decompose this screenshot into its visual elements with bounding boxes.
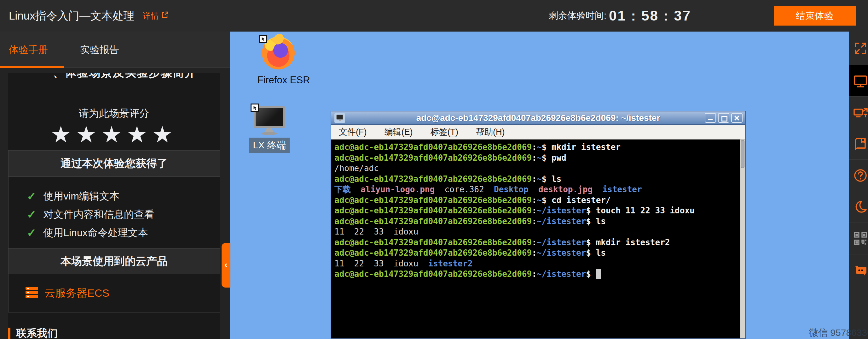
menu-file[interactable]: 文件(F): [339, 126, 367, 138]
close-button[interactable]: [731, 113, 743, 123]
manual-book-icon[interactable]: [849, 128, 868, 160]
menu-tabs[interactable]: 标签(T): [431, 126, 459, 138]
terminal-window-title: adc@adc-eb147329afd0407ab26926e8b6e2d069…: [331, 113, 745, 123]
check-icon: ✓: [27, 208, 36, 221]
chevron-left-icon: ‹: [224, 260, 227, 270]
clipped-section-heading: 一、体验场景及实验步骤简介: [8, 73, 220, 80]
gains-header: 通过本次体验您获得了: [8, 150, 220, 177]
contact-section: 联系我们: [8, 327, 58, 339]
remaining-time-value: 01 : 58 : 37: [609, 8, 691, 24]
star-icon[interactable]: ★: [152, 122, 178, 147]
server-stack-icon: [25, 286, 39, 300]
details-link[interactable]: 详情: [143, 10, 168, 22]
monitor-view-icon[interactable]: [849, 65, 868, 96]
desktop-icon-firefox[interactable]: Firefox ESR: [247, 33, 320, 86]
end-experience-button[interactable]: 结束体验: [774, 6, 856, 26]
fullscreen-icon[interactable]: [849, 32, 868, 65]
minimize-button[interactable]: [705, 113, 716, 123]
help-icon[interactable]: [849, 160, 868, 191]
shortcut-arrow-icon: [251, 104, 259, 112]
products-list: 云服务器ECS: [8, 274, 220, 312]
ecs-product-link[interactable]: 云服务器ECS: [25, 286, 110, 301]
top-bar: Linux指令入门—文本处理 详情 剩余体验时间: 01 : 58 : 37 结…: [0, 0, 868, 32]
maximize-button[interactable]: [718, 113, 729, 123]
manual-panel: 一、体验场景及实验步骤简介 请为此场景评分 ★★★★★ 通过本次体验您获得了 ✓…: [8, 73, 220, 339]
night-mode-icon[interactable]: [849, 191, 868, 223]
gain-item: ✓ 使用Linux命令处理文本: [8, 226, 220, 240]
check-icon: ✓: [27, 190, 36, 203]
rating-title: 请为此场景评分: [8, 107, 220, 120]
terminal-scrollbar[interactable]: [740, 140, 745, 338]
menu-edit[interactable]: 编辑(E): [384, 126, 413, 138]
tab-manual[interactable]: 体验手册: [9, 32, 48, 68]
remaining-time: 剩余体验时间: 01 : 58 : 37: [549, 0, 691, 32]
star-icon[interactable]: ★: [51, 122, 76, 147]
gain-item: ✓ 对文件内容和信息的查看: [8, 208, 220, 222]
left-sidebar: 体验手册 实验报告 一、体验场景及实验步骤简介 请为此场景评分 ★★★★★ 通过…: [0, 32, 230, 339]
terminal-titlebar[interactable]: adc@adc-eb147329afd0407ab26926e8b6e2d069…: [331, 111, 745, 125]
scrollbar-thumb[interactable]: [741, 140, 744, 168]
desktop-icon-lx-terminal[interactable]: LX 终端: [249, 104, 296, 153]
external-link-icon: [161, 11, 168, 21]
remaining-time-label: 剩余体验时间:: [549, 9, 607, 22]
rating-stars: ★★★★★: [8, 121, 220, 148]
desktop-icon-label: LX 终端: [249, 138, 290, 153]
sidebar-collapse-handle[interactable]: ‹: [222, 243, 230, 287]
details-link-label: 详情: [143, 10, 159, 22]
contact-accent-bar: [8, 328, 10, 339]
right-toolbar: [849, 32, 868, 339]
desktop-icon-label: Firefox ESR: [247, 75, 320, 86]
monitor-base: [261, 132, 277, 135]
window-controls: [705, 113, 743, 123]
feedback-chat-icon[interactable]: [849, 254, 868, 286]
gain-item: ✓ 使用vim编辑文本: [8, 189, 220, 203]
page-title: Linux指令入门—文本处理: [9, 8, 134, 23]
check-icon: ✓: [27, 226, 36, 239]
star-icon[interactable]: ★: [76, 122, 101, 147]
remote-desktop[interactable]: Firefox ESR LX 终端 adc@adc-eb147329afd040…: [230, 32, 849, 339]
terminal-menubar: 文件(F) 编辑(E) 标签(T) 帮助(H): [331, 125, 745, 140]
sidebar-tabs: 体验手册 实验报告: [0, 32, 230, 68]
qr-code-icon[interactable]: [849, 223, 868, 254]
gains-list: ✓ 使用vim编辑文本 ✓ 对文件内容和信息的查看 ✓ 使用Linux命令处理文…: [8, 177, 220, 249]
active-tab-underline: [0, 66, 64, 68]
tab-report[interactable]: 实验报告: [80, 32, 119, 68]
star-icon[interactable]: ★: [127, 122, 152, 147]
shortcut-arrow-icon: [259, 35, 267, 43]
wechat-watermark: 微信 957863300: [809, 327, 868, 339]
terminal-window[interactable]: adc@adc-eb147329afd0407ab26926e8b6e2d069…: [331, 111, 746, 339]
terminal-content[interactable]: adc@adc-eb147329afd0407ab26926e8b6e2d069…: [331, 140, 745, 338]
star-icon[interactable]: ★: [101, 122, 127, 147]
terminal-output: adc@adc-eb147329afd0407ab26926e8b6e2d069…: [334, 142, 737, 280]
monitor-stand: [265, 128, 273, 132]
products-header: 本场景使用到的云产品: [8, 249, 220, 274]
screen-switch-icon[interactable]: [849, 96, 868, 128]
menu-help[interactable]: 帮助(H): [476, 126, 505, 138]
